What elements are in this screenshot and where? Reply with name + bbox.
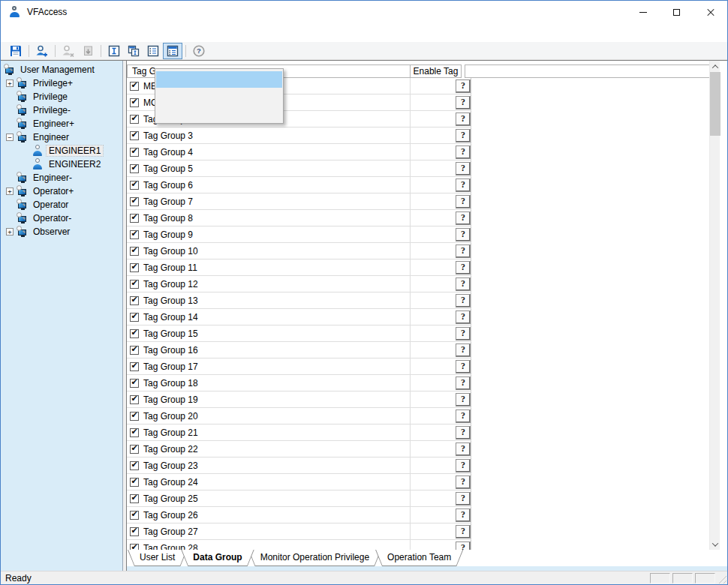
tag-group-checkbox[interactable] bbox=[130, 247, 139, 256]
close-button[interactable] bbox=[693, 1, 727, 23]
tree-item[interactable]: + Observer bbox=[1, 225, 122, 238]
tree-item[interactable]: Privilege bbox=[1, 90, 122, 104]
enable-tag-button[interactable]: ? bbox=[456, 426, 471, 440]
enable-tag-button[interactable]: ? bbox=[456, 162, 471, 176]
context-menu-item[interactable] bbox=[156, 71, 282, 88]
tag-group-checkbox[interactable] bbox=[130, 395, 139, 404]
enable-tag-button[interactable]: ? bbox=[456, 442, 471, 456]
tree-item[interactable]: + Operator+ bbox=[1, 184, 122, 198]
tag-group-checkbox[interactable] bbox=[130, 263, 139, 272]
enable-tag-button[interactable]: ? bbox=[456, 492, 471, 506]
tag-group-checkbox[interactable] bbox=[130, 230, 139, 239]
tag-group-checkbox[interactable] bbox=[130, 214, 139, 223]
enable-tag-button[interactable]: ? bbox=[456, 112, 471, 126]
enable-tag-button[interactable]: ? bbox=[456, 178, 471, 192]
menu-item[interactable] bbox=[43, 31, 56, 35]
resize-grip[interactable] bbox=[717, 574, 726, 584]
list-view-button[interactable] bbox=[143, 43, 163, 59]
maximize-button[interactable] bbox=[660, 1, 693, 23]
tab[interactable]: User List bbox=[128, 550, 187, 566]
tree-item[interactable]: Privilege- bbox=[1, 104, 122, 117]
tree-item[interactable]: Operator bbox=[1, 198, 122, 212]
tree-item[interactable]: ENGINEER1 bbox=[1, 144, 122, 158]
enable-tag-button[interactable]: ? bbox=[456, 459, 471, 472]
tab[interactable]: Monitor Operation Privilege bbox=[248, 550, 381, 566]
tree-item[interactable]: ENGINEER2 bbox=[1, 158, 122, 171]
enable-tag-button[interactable]: ? bbox=[456, 376, 471, 390]
cascade-windows-button[interactable] bbox=[124, 43, 143, 59]
tag-group-checkbox[interactable] bbox=[130, 148, 139, 157]
tree-item[interactable]: Operator- bbox=[1, 212, 122, 225]
menu-item[interactable] bbox=[16, 31, 29, 35]
enable-tag-button[interactable]: ? bbox=[456, 525, 471, 538]
tag-group-checkbox[interactable] bbox=[130, 461, 139, 470]
tree-item[interactable]: User Management bbox=[1, 63, 122, 76]
enable-tag-button[interactable]: ? bbox=[456, 261, 471, 274]
enable-tag-button[interactable]: ? bbox=[456, 327, 471, 340]
column-header-enable-tag[interactable]: Enable Tag bbox=[411, 64, 462, 78]
enable-tag-button[interactable]: ? bbox=[456, 344, 471, 357]
tag-group-checkbox[interactable] bbox=[130, 428, 139, 437]
enable-tag-button[interactable]: ? bbox=[456, 508, 471, 522]
enable-tag-button[interactable]: ? bbox=[456, 410, 471, 423]
enable-tag-button[interactable]: ? bbox=[456, 278, 471, 291]
tag-group-checkbox[interactable] bbox=[130, 82, 139, 91]
enable-tag-button[interactable]: ? bbox=[456, 228, 471, 242]
tag-group-checkbox[interactable] bbox=[130, 346, 139, 355]
tag-group-checkbox[interactable] bbox=[130, 445, 139, 454]
tag-group-checkbox[interactable] bbox=[130, 197, 139, 206]
tree-item[interactable]: + Privilege+ bbox=[1, 76, 122, 90]
tag-group-checkbox[interactable] bbox=[130, 362, 139, 371]
enable-tag-button[interactable]: ? bbox=[456, 195, 471, 208]
enable-tag-button[interactable]: ? bbox=[456, 310, 471, 324]
tree-expander-icon[interactable]: + bbox=[6, 188, 14, 195]
tab[interactable]: Operation Team bbox=[375, 550, 463, 566]
tree-expander-icon[interactable]: + bbox=[6, 228, 14, 236]
enable-tag-button[interactable]: ? bbox=[456, 360, 471, 374]
enable-tag-button[interactable]: ? bbox=[456, 393, 471, 406]
save-button[interactable] bbox=[6, 43, 26, 59]
tree-item[interactable]: − Engineer bbox=[1, 130, 122, 144]
tag-group-checkbox[interactable] bbox=[130, 280, 139, 289]
tag-group-checkbox[interactable] bbox=[130, 527, 139, 536]
menu-item[interactable] bbox=[29, 31, 43, 35]
tree-expander-icon[interactable]: + bbox=[6, 80, 14, 87]
enable-tag-button[interactable]: ? bbox=[456, 476, 471, 489]
enable-tag-button[interactable]: ? bbox=[456, 542, 471, 550]
tag-group-checkbox[interactable] bbox=[130, 329, 139, 338]
tag-group-checkbox[interactable] bbox=[130, 115, 139, 124]
help-button[interactable]: ? bbox=[189, 43, 209, 59]
tag-group-checkbox[interactable] bbox=[130, 164, 139, 173]
tree-item[interactable]: Engineer- bbox=[1, 171, 122, 184]
enable-tag-button[interactable]: ? bbox=[456, 294, 471, 308]
scroll-down-button[interactable] bbox=[710, 538, 720, 550]
vertical-scrollbar[interactable] bbox=[709, 61, 720, 550]
scroll-up-button[interactable] bbox=[710, 61, 720, 72]
enable-tag-button[interactable]: ? bbox=[456, 146, 471, 159]
context-menu-item[interactable] bbox=[156, 88, 282, 104]
enable-tag-button[interactable]: ? bbox=[456, 244, 471, 258]
tag-group-checkbox[interactable] bbox=[130, 98, 139, 107]
enable-tag-button[interactable]: ? bbox=[456, 80, 471, 93]
tag-group-checkbox[interactable] bbox=[130, 313, 139, 322]
context-menu-item[interactable] bbox=[156, 104, 282, 121]
tag-group-checkbox[interactable] bbox=[130, 412, 139, 421]
tree-item[interactable]: Engineer+ bbox=[1, 117, 122, 130]
tag-group-checkbox[interactable] bbox=[130, 494, 139, 503]
tag-group-checkbox[interactable] bbox=[130, 181, 139, 190]
tree-expander-icon[interactable]: − bbox=[6, 134, 14, 141]
details-view-button[interactable] bbox=[163, 43, 182, 59]
enable-tag-button[interactable]: ? bbox=[456, 129, 471, 142]
tab[interactable]: Data Group bbox=[181, 550, 254, 566]
scrollbar-thumb[interactable] bbox=[710, 72, 720, 136]
tag-group-checkbox[interactable] bbox=[130, 478, 139, 487]
delete-user-button[interactable] bbox=[59, 43, 78, 59]
enable-tag-button[interactable]: ? bbox=[456, 212, 471, 225]
minimize-button[interactable] bbox=[626, 1, 660, 23]
tag-group-checkbox[interactable] bbox=[130, 296, 139, 305]
import-user-button[interactable] bbox=[78, 43, 98, 59]
add-user-button[interactable] bbox=[32, 43, 52, 59]
text-field-button[interactable] bbox=[104, 43, 124, 59]
tag-group-checkbox[interactable] bbox=[130, 511, 139, 520]
enable-tag-button[interactable]: ? bbox=[456, 96, 471, 110]
